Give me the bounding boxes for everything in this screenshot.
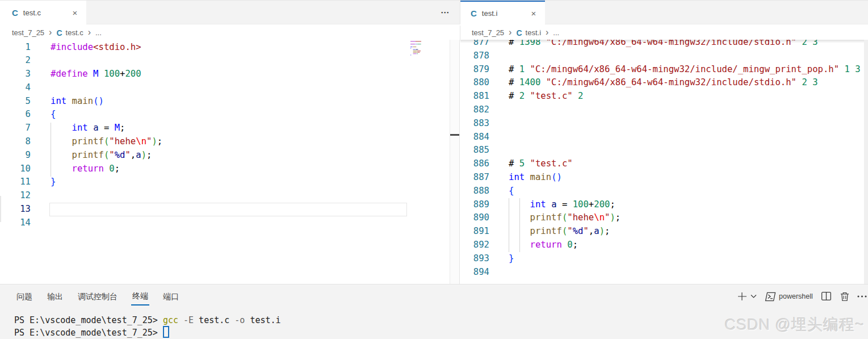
line-number[interactable]: 892 — [460, 238, 489, 252]
line-number[interactable]: 884 — [460, 131, 489, 144]
split-terminal-icon[interactable] — [821, 292, 831, 300]
code-line[interactable]: 889 int a = 100+200; — [460, 198, 868, 212]
c-file-icon: C — [12, 8, 18, 18]
tab-test-c[interactable]: C test.c × — [0, 1, 86, 24]
code-line[interactable]: 878 — [460, 49, 868, 63]
line-number[interactable]: 1 — [0, 41, 31, 55]
code-line[interactable]: 886# 5 "test.c" — [460, 157, 868, 171]
chevron-down-icon[interactable] — [750, 294, 757, 299]
code-text: # 1 "C:/mingw64/x86_64-w64-mingw32/inclu… — [489, 63, 861, 77]
code-text — [489, 144, 509, 157]
editor-test-c[interactable]: 1#include<stdio.h>23#define M 100+20045i… — [0, 40, 450, 284]
line-number[interactable]: 883 — [460, 117, 489, 131]
vscode-window: C test.c × ⋯ C test.i × test_7_25›Ctest.… — [0, 0, 868, 339]
line-number[interactable]: 881 — [460, 90, 489, 103]
chevron-right-icon: › — [49, 27, 52, 37]
line-number[interactable]: 885 — [460, 144, 489, 157]
breadcrumb-item[interactable]: ... — [553, 28, 559, 37]
line-number[interactable]: 6 — [0, 108, 31, 122]
code-line[interactable]: 892 return 0; — [460, 238, 868, 252]
scroll-top-shadow — [460, 40, 868, 43]
code-line[interactable]: 887int main() — [460, 171, 868, 185]
line-number[interactable]: 9 — [0, 149, 31, 162]
code-line[interactable]: 879# 1 "C:/mingw64/x86_64-w64-mingw32/in… — [460, 63, 868, 77]
code-line[interactable]: 9 printf("%d",a); — [0, 149, 450, 162]
code-line[interactable]: 2 — [0, 54, 450, 68]
breadcrumb-item[interactable]: test_7_25 — [472, 28, 504, 37]
line-number[interactable]: 882 — [460, 103, 489, 117]
code-line[interactable]: 891 printf("%d",a); — [460, 225, 868, 238]
right-scrollbar-band[interactable] — [864, 40, 868, 284]
line-number[interactable]: 2 — [0, 54, 31, 68]
code-text: int main() — [31, 95, 104, 108]
close-icon[interactable]: × — [69, 7, 81, 18]
code-text: } — [31, 175, 56, 189]
line-number[interactable]: 4 — [0, 81, 31, 95]
indent-guide — [509, 198, 509, 252]
code-line[interactable]: 883 — [460, 117, 868, 131]
code-line[interactable]: 10 return 0; — [0, 162, 450, 176]
line-number[interactable]: 10 — [0, 162, 31, 176]
line-number[interactable]: 878 — [460, 49, 489, 63]
breadcrumb-item[interactable]: test.c — [66, 28, 83, 37]
new-terminal-plus-icon[interactable] — [737, 292, 747, 301]
code-line[interactable]: 5int main() — [0, 95, 450, 108]
line-number[interactable]: 8 — [0, 135, 31, 149]
indent-guide — [51, 123, 51, 177]
line-number[interactable]: 7 — [0, 122, 31, 135]
code-line[interactable]: 888{ — [460, 185, 868, 198]
code-line[interactable]: 880# 1400 "C:/mingw64/x86_64-w64-mingw32… — [460, 76, 868, 90]
terminal-output[interactable]: PS E:\vscode_mode\test_7_25> gcc -E test… — [14, 314, 281, 339]
line-number[interactable]: 894 — [460, 266, 489, 279]
code-line[interactable]: 7 int a = M; — [0, 122, 450, 135]
breadcrumb-item[interactable]: ... — [95, 28, 102, 37]
code-line[interactable]: 14 — [0, 216, 450, 230]
code-line[interactable]: 12 — [0, 189, 450, 203]
line-number[interactable]: 893 — [460, 252, 489, 266]
code-line[interactable]: 894 — [460, 266, 868, 279]
more-actions-ellipsis-icon[interactable] — [857, 295, 867, 298]
close-icon[interactable]: × — [528, 7, 539, 19]
code-text: #define M 100+200 — [31, 68, 141, 81]
line-number[interactable]: 887 — [460, 171, 489, 185]
line-number[interactable]: 3 — [0, 68, 31, 81]
code-line[interactable]: 3#define M 100+200 — [0, 68, 450, 81]
code-line[interactable]: 8 printf("hehe\n"); — [0, 135, 450, 149]
code-line[interactable]: 1#include<stdio.h> — [0, 41, 450, 55]
line-number[interactable]: 11 — [0, 175, 31, 189]
code-line[interactable]: 882 — [460, 103, 868, 117]
line-number[interactable]: 891 — [460, 225, 489, 238]
code-line[interactable]: 890 printf("hehe\n"); — [460, 211, 868, 225]
line-number[interactable]: 888 — [460, 185, 489, 198]
line-number[interactable]: 13 — [0, 203, 31, 216]
code-line[interactable]: 4 — [0, 81, 450, 95]
line-number[interactable]: 14 — [0, 216, 31, 230]
code-line[interactable]: 881# 2 "test.c" 2 — [460, 90, 868, 103]
line-number[interactable]: 886 — [460, 157, 489, 171]
tab-label: test.c — [23, 9, 41, 17]
line-number[interactable]: 12 — [0, 189, 31, 203]
minimap[interactable] — [410, 41, 425, 61]
code-line[interactable]: 884 — [460, 131, 868, 144]
breadcrumb-item[interactable]: test_7_25 — [12, 28, 44, 37]
powershell-terminal-icon[interactable] — [765, 292, 776, 302]
csdn-watermark: CSDN @埋头编程~ — [725, 315, 865, 335]
right-editor-tabbar: C test.i × — [460, 0, 868, 24]
code-line[interactable]: 6{ — [0, 108, 450, 122]
breadcrumb-item[interactable]: test.i — [526, 28, 541, 37]
editor-actions-ellipsis-icon[interactable]: ⋯ — [441, 1, 450, 24]
chevron-right-icon: › — [88, 27, 91, 37]
code-text: # 5 "test.c" — [489, 157, 573, 171]
line-number[interactable]: 880 — [460, 76, 489, 90]
line-number[interactable]: 890 — [460, 211, 489, 225]
tab-test-i[interactable]: C test.i × — [460, 1, 545, 24]
code-line[interactable]: 893} — [460, 252, 868, 266]
line-number[interactable]: 879 — [460, 63, 489, 77]
kill-terminal-trash-icon[interactable] — [840, 292, 849, 302]
scrollbar-strip[interactable] — [450, 40, 460, 284]
code-line[interactable]: 11} — [0, 175, 450, 189]
code-line[interactable]: 885 — [460, 144, 868, 157]
line-number[interactable]: 5 — [0, 95, 31, 108]
line-number[interactable]: 889 — [460, 198, 489, 212]
editor-test-i[interactable]: 877# 1398 "C:/mingw64/x86_64-w64-mingw32… — [460, 40, 868, 284]
